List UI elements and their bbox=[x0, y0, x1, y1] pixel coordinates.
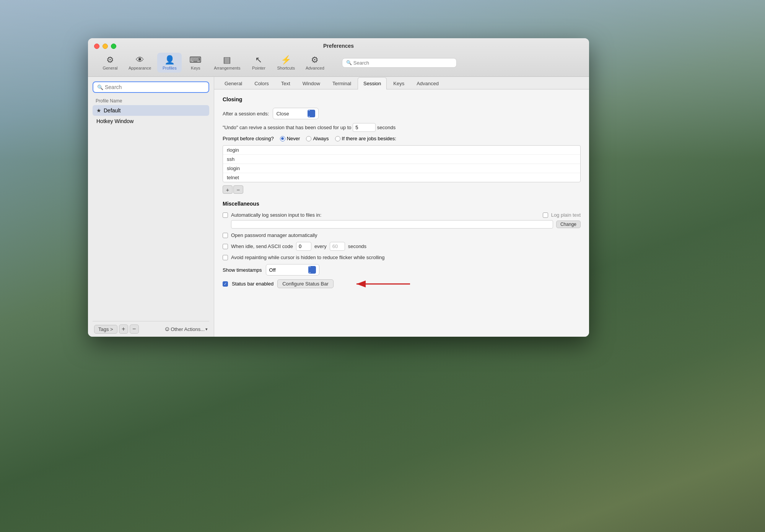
status-bar-checkbox[interactable] bbox=[223, 281, 228, 287]
timestamps-select[interactable]: Off ⌃⌄ bbox=[266, 264, 319, 276]
fullscreen-button[interactable] bbox=[111, 44, 116, 49]
traffic-lights bbox=[94, 44, 116, 49]
undo-text-prefix: "Undo" can revive a session that has bee… bbox=[223, 125, 352, 130]
arrangements-icon: ▤ bbox=[223, 55, 231, 65]
timestamps-label: Show timestamps bbox=[223, 267, 262, 273]
gear-icon: ⚙ bbox=[106, 55, 114, 65]
toolbar-item-arrangements[interactable]: ▤ Arrangements bbox=[209, 53, 245, 73]
toolbar-label-keys: Keys bbox=[191, 66, 200, 70]
log-plain-text-checkbox[interactable] bbox=[543, 212, 548, 218]
idle-ascii-label: When idle, send ASCII code bbox=[231, 243, 293, 249]
tab-text[interactable]: Text bbox=[275, 77, 296, 89]
toolbar-item-appearance[interactable]: 👁 Appearance bbox=[124, 53, 156, 73]
tabs-bar: General Colors Text Window Terminal Sess… bbox=[214, 77, 589, 89]
tab-terminal[interactable]: Terminal bbox=[327, 77, 357, 89]
eye-icon: 👁 bbox=[136, 55, 144, 65]
change-button[interactable]: Change bbox=[556, 221, 581, 228]
advanced-gear-icon: ⚙ bbox=[311, 55, 319, 65]
pointer-icon: ↖ bbox=[255, 55, 262, 65]
log-checkbox[interactable] bbox=[223, 212, 228, 218]
lightning-icon: ⚡ bbox=[281, 55, 291, 65]
toolbar-label-appearance: Appearance bbox=[129, 66, 151, 70]
toolbar: ⚙ General 👁 Appearance 👤 Profiles ⌨ Keys… bbox=[94, 53, 583, 73]
radio-if-jobs-dot bbox=[335, 136, 340, 141]
add-job-button[interactable]: + bbox=[223, 185, 233, 194]
keyboard-icon: ⌨ bbox=[189, 55, 202, 65]
avoid-repaint-checkbox[interactable] bbox=[223, 255, 228, 260]
arrow-annotation bbox=[353, 276, 414, 292]
tab-general[interactable]: General bbox=[219, 77, 248, 89]
after-session-ends-row: After a session ends: Close ⌃⌄ bbox=[223, 108, 581, 119]
after-session-select[interactable]: Close ⌃⌄ bbox=[273, 108, 319, 119]
list-item-telnet: telnet bbox=[223, 173, 580, 182]
log-label: Automatically log session input to files… bbox=[231, 212, 321, 218]
after-session-label: After a session ends: bbox=[223, 111, 269, 117]
idle-every-label: every bbox=[314, 243, 327, 249]
tab-window[interactable]: Window bbox=[297, 77, 326, 89]
sidebar-search-input[interactable] bbox=[105, 84, 205, 90]
toolbar-label-arrangements: Arrangements bbox=[214, 66, 240, 70]
avoid-repaint-label: Avoid repainting while cursor is hidden … bbox=[231, 255, 385, 260]
prompt-label: Prompt before closing? bbox=[223, 136, 274, 141]
add-profile-button[interactable]: + bbox=[119, 324, 128, 334]
toolbar-item-profiles[interactable]: 👤 Profiles bbox=[157, 53, 182, 73]
job-list-box: rlogin ssh slogin telnet bbox=[223, 145, 581, 182]
password-manager-checkbox[interactable] bbox=[223, 233, 228, 238]
tab-advanced[interactable]: Advanced bbox=[411, 77, 444, 89]
right-panel: General Colors Text Window Terminal Sess… bbox=[214, 77, 589, 337]
person-icon: 👤 bbox=[164, 55, 175, 65]
remove-job-button[interactable]: − bbox=[233, 185, 243, 194]
timestamps-row: Show timestamps Off ⌃⌄ bbox=[223, 264, 581, 276]
toolbar-item-shortcuts[interactable]: ⚡ Shortcuts bbox=[272, 53, 299, 73]
closing-section-title: Closing bbox=[223, 96, 581, 102]
password-manager-label: Open password manager automatically bbox=[231, 232, 317, 238]
other-actions-chevron: ▾ bbox=[205, 327, 208, 332]
tags-button[interactable]: Tags > bbox=[94, 325, 117, 334]
close-button[interactable] bbox=[94, 44, 99, 49]
sidebar-search-box[interactable]: 🔍 bbox=[93, 81, 209, 93]
sidebar-search-icon: 🔍 bbox=[97, 84, 103, 90]
preferences-window: Preferences ⚙ General 👁 Appearance 👤 Pro… bbox=[88, 38, 589, 337]
remove-profile-button[interactable]: − bbox=[130, 324, 139, 334]
radio-never[interactable]: Never bbox=[280, 136, 300, 141]
password-manager-row: Open password manager automatically bbox=[223, 232, 581, 238]
star-icon: ★ bbox=[96, 107, 101, 114]
toolbar-search-box[interactable]: 🔍 bbox=[342, 58, 457, 68]
idle-every-input[interactable] bbox=[330, 242, 345, 251]
log-row: Automatically log session input to files… bbox=[223, 212, 581, 218]
search-icon: 🔍 bbox=[346, 60, 352, 65]
undo-session-row: "Undo" can revive a session that has bee… bbox=[223, 123, 581, 132]
undo-seconds-input[interactable] bbox=[353, 123, 376, 132]
after-session-value: Close bbox=[276, 111, 308, 117]
toolbar-item-keys[interactable]: ⌨ Keys bbox=[183, 53, 208, 73]
other-actions-group[interactable]: ☺ Other Actions... ▾ bbox=[164, 326, 208, 332]
profile-list-header: Profile Name bbox=[93, 97, 209, 105]
idle-ascii-checkbox[interactable] bbox=[223, 244, 228, 249]
toolbar-item-pointer[interactable]: ↖ Pointer bbox=[246, 53, 271, 73]
radio-always[interactable]: Always bbox=[306, 136, 329, 141]
toolbar-item-advanced[interactable]: ⚙ Advanced bbox=[301, 53, 329, 73]
profile-item-default[interactable]: ★ Default bbox=[93, 105, 209, 116]
toolbar-label-shortcuts: Shortcuts bbox=[277, 66, 295, 70]
profile-item-hotkey[interactable]: Hotkey Window bbox=[93, 116, 209, 127]
profile-item-hotkey-label: Hotkey Window bbox=[96, 118, 133, 124]
titlebar: Preferences ⚙ General 👁 Appearance 👤 Pro… bbox=[88, 38, 589, 77]
radio-always-label: Always bbox=[313, 136, 329, 141]
tab-session[interactable]: Session bbox=[358, 77, 387, 89]
idle-ascii-input[interactable] bbox=[296, 242, 311, 251]
minimize-button[interactable] bbox=[103, 44, 108, 49]
configure-status-bar-button[interactable]: Configure Status Bar bbox=[277, 279, 334, 288]
profile-list: ★ Default Hotkey Window bbox=[93, 105, 209, 321]
tab-colors[interactable]: Colors bbox=[249, 77, 275, 89]
timestamps-value: Off bbox=[269, 267, 308, 273]
tab-keys[interactable]: Keys bbox=[387, 77, 410, 89]
radio-if-jobs[interactable]: If there are jobs besides: bbox=[335, 136, 396, 141]
toolbar-label-pointer: Pointer bbox=[252, 66, 265, 70]
toolbar-item-general[interactable]: ⚙ General bbox=[98, 53, 122, 73]
radio-if-jobs-label: If there are jobs besides: bbox=[342, 136, 396, 141]
undo-text-suffix: seconds bbox=[377, 125, 396, 130]
timestamps-arrow-icon: ⌃⌄ bbox=[308, 266, 316, 274]
radio-never-dot bbox=[280, 136, 285, 141]
log-path-input[interactable] bbox=[231, 220, 553, 229]
search-input[interactable] bbox=[353, 60, 452, 66]
